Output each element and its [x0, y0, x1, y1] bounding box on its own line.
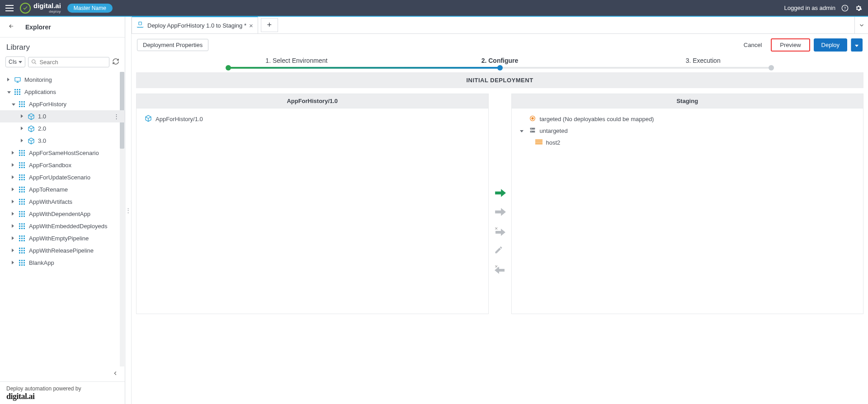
- grid-icon: [18, 186, 26, 194]
- tree-item-app[interactable]: AppForSandbox: [0, 159, 125, 171]
- sidebar-resize-handle[interactable]: ⋮: [125, 17, 132, 404]
- tree-item-app[interactable]: AppWithArtifacts: [0, 196, 125, 208]
- gear-icon[interactable]: [854, 4, 863, 12]
- deploy-button[interactable]: Deploy: [814, 38, 847, 52]
- svg-rect-92: [21, 240, 23, 241]
- svg-rect-97: [19, 250, 20, 251]
- add-tab-button[interactable]: +: [261, 18, 278, 32]
- grid-icon: [18, 161, 26, 169]
- svg-rect-13: [19, 101, 20, 103]
- tree-label: AppWithEmbeddedDeployeds: [29, 223, 107, 230]
- tree-item-monitoring[interactable]: Monitoring: [0, 74, 125, 86]
- grid-icon: [18, 210, 26, 218]
- master-name-badge[interactable]: Master Name: [67, 4, 113, 13]
- svg-rect-65: [21, 203, 23, 205]
- svg-rect-81: [24, 225, 25, 227]
- cancel-button[interactable]: Cancel: [738, 39, 767, 51]
- package-icon: [145, 115, 152, 123]
- tree-item-app[interactable]: AppForSameHostScenario: [0, 147, 125, 159]
- svg-rect-18: [24, 103, 25, 105]
- close-icon[interactable]: ×: [249, 22, 253, 29]
- host-row[interactable]: host2: [520, 136, 855, 148]
- caret-right-icon: [12, 175, 14, 179]
- svg-rect-101: [21, 252, 23, 254]
- svg-rect-34: [19, 164, 20, 166]
- tree-label: Monitoring: [24, 76, 52, 83]
- preview-button[interactable]: Preview: [771, 38, 810, 52]
- svg-rect-93: [24, 240, 25, 241]
- grid-icon: [18, 149, 26, 157]
- tree-item-applications[interactable]: Applications: [0, 86, 125, 98]
- search-input[interactable]: [39, 59, 106, 66]
- svg-rect-41: [21, 174, 23, 176]
- tree-item-app[interactable]: AppWithReleasePipeline: [0, 244, 125, 257]
- grid-icon: [18, 235, 26, 243]
- tree-item-app[interactable]: AppToRename: [0, 183, 125, 196]
- tree-item-app[interactable]: AppForUpdateScenario: [0, 171, 125, 183]
- svg-rect-23: [21, 150, 23, 151]
- svg-rect-33: [24, 162, 25, 164]
- svg-rect-63: [24, 201, 25, 202]
- tree-label: AppWithDependentApp: [29, 211, 90, 217]
- tab-expand[interactable]: [854, 17, 868, 33]
- tree-item-app[interactable]: BlankApp: [0, 257, 125, 269]
- deploy-dropdown[interactable]: [851, 38, 863, 52]
- tree-item-version-3-0[interactable]: 3.0: [0, 135, 125, 147]
- cls-dropdown[interactable]: CIs: [5, 56, 25, 67]
- tree-item-appforhistory[interactable]: AppForHistory: [0, 98, 125, 110]
- svg-rect-74: [21, 216, 23, 217]
- svg-text:?: ?: [844, 6, 846, 10]
- svg-rect-4: [14, 89, 16, 90]
- caret-right-icon: [12, 224, 14, 228]
- source-item[interactable]: AppForHistory/1.0: [145, 113, 480, 125]
- sidebar-collapse[interactable]: [0, 366, 125, 381]
- deployment-banner: INITIAL DEPLOYMENT: [136, 72, 863, 88]
- svg-rect-36: [24, 164, 25, 166]
- package-icon: [27, 137, 35, 145]
- tab-deploy[interactable]: Deploy AppForHistory 1.0 to Staging * ×: [132, 16, 258, 33]
- help-icon[interactable]: ?: [841, 4, 849, 12]
- svg-rect-46: [19, 179, 20, 180]
- more-icon[interactable]: ⋮: [112, 113, 121, 120]
- tree-item-app[interactable]: AppWithEmptyPipeline: [0, 232, 125, 244]
- tree-item-app[interactable]: AppWithEmbeddedDeployeds: [0, 220, 125, 232]
- targeted-row[interactable]: targeted (No deployables could be mapped…: [520, 113, 855, 125]
- svg-rect-55: [19, 191, 20, 193]
- caret-right-icon: [12, 249, 14, 252]
- monitor-icon: [14, 76, 22, 84]
- svg-rect-105: [24, 260, 25, 261]
- unmap-left-icon[interactable]: ✕: [494, 264, 506, 273]
- svg-rect-31: [19, 162, 20, 164]
- svg-rect-29: [21, 155, 23, 156]
- package-icon: [27, 125, 35, 133]
- svg-rect-103: [19, 260, 20, 261]
- svg-rect-5: [17, 89, 18, 90]
- untargeted-row[interactable]: untargeted: [520, 125, 855, 136]
- svg-rect-80: [21, 225, 23, 227]
- edit-icon[interactable]: [494, 245, 506, 254]
- tree-item-version-1-0[interactable]: 1.0 ⋮: [0, 110, 125, 122]
- caret-down-icon: [7, 91, 11, 94]
- hamburger-menu[interactable]: [5, 4, 14, 12]
- svg-point-120: [531, 131, 531, 132]
- brand-badge-icon: [20, 3, 31, 14]
- grid-icon: [18, 174, 26, 182]
- deployment-properties-button[interactable]: Deployment Properties: [137, 39, 208, 51]
- map-right-icon[interactable]: [494, 188, 506, 197]
- tree-label: AppForUpdateScenario: [29, 174, 90, 181]
- svg-rect-9: [19, 91, 20, 93]
- svg-rect-37: [19, 167, 20, 168]
- svg-rect-70: [19, 213, 20, 215]
- caret-down-icon: [12, 103, 15, 106]
- back-icon[interactable]: [7, 23, 15, 31]
- unmap-right-icon[interactable]: ✕: [494, 226, 506, 235]
- step-dot-2: [497, 65, 503, 70]
- map-right-disabled-icon[interactable]: [494, 207, 506, 216]
- refresh-icon[interactable]: [112, 58, 119, 66]
- tree-item-app[interactable]: AppWithDependentApp: [0, 208, 125, 220]
- tree-item-version-2-0[interactable]: 2.0: [0, 122, 125, 135]
- tree-label: AppForSandbox: [29, 162, 71, 169]
- deploy-icon: [136, 21, 145, 30]
- search-field-wrap[interactable]: [28, 57, 109, 67]
- svg-rect-20: [21, 106, 23, 107]
